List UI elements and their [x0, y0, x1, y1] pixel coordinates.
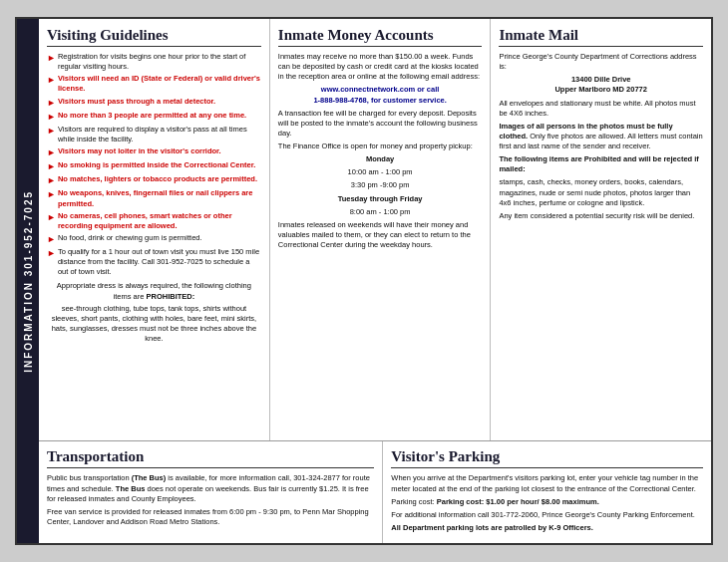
mail-prohibited-items: stamps, cash, checks, money orders, book… [499, 177, 703, 207]
money-fee: A transaction fee will be charged for ev… [278, 109, 483, 139]
weekday-label: Tuesday through Friday [278, 194, 483, 204]
sidebar-text: INFORMATION 301-952-7025 [23, 190, 34, 373]
bullet-text-8: No matches, lighters or tobacco products… [58, 174, 257, 186]
sidebar: INFORMATION 301-952-7025 [17, 19, 39, 543]
dress-code: Appropriate dress is always required, th… [47, 281, 261, 344]
monday-hours2: 3:30 pm -9:00 pm [278, 180, 483, 190]
bullet-5: ► Visitors are required to display a vis… [47, 125, 261, 144]
parking-body: When you arrive at the Department's visi… [391, 473, 703, 533]
bullet-icon-11: ► [47, 233, 56, 245]
mail-address-block: 13400 Dille Drive Upper Marlboro MD 2077… [499, 75, 703, 95]
top-row: Visiting Guidelines ► Registration for v… [39, 19, 711, 440]
bullet-text-4: No more than 3 people are permitted at a… [58, 111, 246, 123]
parking-intro: When you arrive at the Department's visi… [391, 473, 703, 493]
money-phone: 1-888-988-4768, for customer service. [278, 96, 483, 106]
bullet-1: ► Registration for visits begins one hou… [47, 52, 261, 72]
parking-patrolled: All Department parking lots are patrolle… [391, 523, 703, 533]
bullet-icon-4: ► [47, 111, 56, 123]
mail-envelope: All envelopes and stationary must be whi… [499, 99, 703, 119]
parking-title: Visitor's Parking [391, 448, 703, 468]
mail-addr2: Upper Marlboro MD 20772 [499, 85, 703, 95]
dress-intro: Appropriate dress is always required, th… [57, 281, 251, 300]
content-area: Visiting Guidelines ► Registration for v… [39, 19, 711, 543]
bullet-icon-3: ► [47, 97, 56, 109]
bullet-3: ► Visitors must pass through a metal det… [47, 97, 261, 109]
transport-body: Public bus transportation (The Bus) is a… [47, 473, 374, 527]
bullet-text-2: Visitors will need an ID (State or Feder… [58, 74, 261, 94]
money-weekend: Inmates released on weekends will have t… [278, 220, 483, 250]
mail-security: Any item considered a potential security… [499, 211, 703, 221]
mail-address-intro: Prince George's County Department of Cor… [499, 52, 703, 72]
weekday-hours: 8:00 am - 1:00 pm [278, 207, 483, 217]
parking-cost-bold: Parking cost: $1.00 per hour/ $8.00 maxi… [437, 497, 599, 506]
dress-items: see-through clothing, tube tops, tank to… [47, 304, 261, 345]
visiting-body: ► Registration for visits begins one hou… [47, 52, 261, 344]
visiting-title: Visiting Guidelines [47, 27, 261, 47]
bullet-icon-12: ► [47, 247, 56, 277]
mail-addr1: 13400 Dille Drive [499, 75, 703, 85]
mail-prohibited-intro-text: The following items are Prohibited and w… [499, 154, 698, 173]
bullet-4: ► No more than 3 people are permitted at… [47, 111, 261, 123]
bullet-icon-10: ► [47, 211, 56, 231]
mail-clothed: Images of all persons in the photos must… [499, 122, 703, 151]
money-finance-intro: The Finance Office is open for money and… [278, 141, 483, 151]
bullet-text-3: Visitors must pass through a metal detec… [58, 97, 215, 109]
bullet-text-12: To qualify for a 1 hour out of town visi… [58, 247, 261, 277]
money-intro: Inmates may receive no more than $150.00… [278, 52, 483, 82]
bullet-text-7: No smoking is permitted inside the Corre… [58, 160, 255, 172]
money-title: Inmate Money Accounts [278, 27, 483, 47]
bullet-11: ► No food, drink or chewing gum is permi… [47, 233, 261, 245]
bullet-8: ► No matches, lighters or tobacco produc… [47, 174, 261, 186]
bullet-text-10: No cameras, cell phones, smart watches o… [58, 211, 261, 231]
bottom-row: Transportation Public bus transportation… [39, 440, 711, 543]
transport-title: Transportation [47, 448, 374, 468]
parking-col: Visitor's Parking When you arrive at the… [383, 441, 711, 543]
bullet-6: ► Visitors may not loiter in the visitor… [47, 146, 261, 158]
bullet-text-1: Registration for visits begins one hour … [58, 52, 261, 72]
parking-info: For additional information call 301-772-… [391, 510, 703, 520]
bullet-7: ► No smoking is permitted inside the Cor… [47, 160, 261, 172]
mail-col: Inmate Mail Prince George's County Depar… [491, 19, 711, 440]
mail-title: Inmate Mail [499, 27, 703, 47]
bus-text: Public bus transportation (The Bus) is a… [47, 473, 374, 503]
money-website-text: www.connectnetwork.com or call [278, 85, 483, 95]
bullet-icon-1: ► [47, 52, 56, 72]
van-text: Free van service is provided for release… [47, 507, 374, 527]
money-body: Inmates may receive no more than $150.00… [278, 52, 483, 250]
money-col: Inmate Money Accounts Inmates may receiv… [270, 19, 492, 440]
bullet-9: ► No weapons, knives, fingernail files o… [47, 188, 261, 208]
mail-prohibited-intro: The following items are Prohibited and w… [499, 154, 703, 174]
visiting-col: Visiting Guidelines ► Registration for v… [39, 19, 270, 440]
monday-hours1: 10:00 am - 1:00 pm [278, 167, 483, 177]
bullet-icon-6: ► [47, 146, 56, 158]
main-page: INFORMATION 301-952-7025 Visiting Guidel… [15, 17, 713, 545]
bullet-icon-7: ► [47, 160, 56, 172]
bullet-icon-9: ► [47, 188, 56, 208]
monday-label: Monday [278, 154, 483, 164]
bullet-icon-8: ► [47, 174, 56, 186]
bullet-text-6: Visitors may not loiter in the visitor's… [58, 146, 221, 158]
bullet-icon-2: ► [47, 74, 56, 94]
bullet-2: ► Visitors will need an ID (State or Fed… [47, 74, 261, 94]
mail-allowed: Only five photos are allowed. All letter… [499, 132, 702, 150]
money-website: www.connectnetwork.com or call 1-888-988… [278, 85, 483, 105]
bullet-text-5: Visitors are required to display a visit… [58, 125, 261, 144]
parking-cost: Parking cost: Parking cost: $1.00 per ho… [391, 497, 703, 507]
mail-body: Prince George's County Department of Cor… [499, 52, 703, 221]
bullet-text-9: No weapons, knives, fingernail files or … [58, 188, 261, 208]
bullet-icon-5: ► [47, 125, 56, 144]
transport-col: Transportation Public bus transportation… [39, 441, 383, 543]
bullet-text-11: No food, drink or chewing gum is permitt… [58, 233, 202, 245]
bullet-12: ► To qualify for a 1 hour out of town vi… [47, 247, 261, 277]
bullet-10: ► No cameras, cell phones, smart watches… [47, 211, 261, 231]
